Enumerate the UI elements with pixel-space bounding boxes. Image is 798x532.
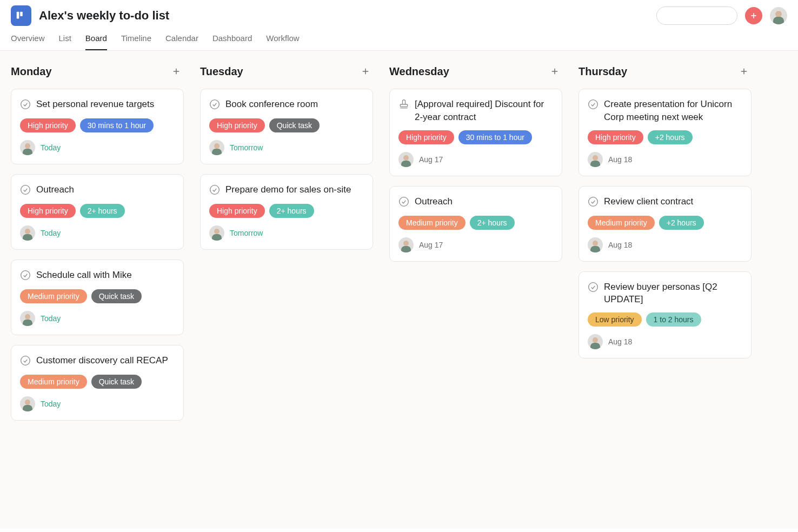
assignee-avatar[interactable] <box>588 152 603 167</box>
task-card[interactable]: Set personal revenue targetsHigh priorit… <box>11 89 184 164</box>
tag[interactable]: Low priority <box>588 312 642 327</box>
task-card[interactable]: Schedule call with MikeMedium priorityQu… <box>11 260 184 335</box>
column-add-button[interactable] <box>358 64 373 79</box>
tab-list[interactable]: List <box>59 34 71 50</box>
tag[interactable]: High priority <box>209 118 265 132</box>
due-date: Tomorrow <box>230 229 263 237</box>
tag[interactable]: Medium priority <box>20 375 87 389</box>
tab-board[interactable]: Board <box>85 34 107 50</box>
tag[interactable]: +2 hours <box>659 216 704 230</box>
complete-check-icon[interactable] <box>588 195 598 209</box>
complete-check-icon[interactable] <box>20 269 31 283</box>
complete-check-icon[interactable] <box>20 183 31 197</box>
column-add-button[interactable] <box>169 64 184 79</box>
card-footer: Today <box>20 225 175 241</box>
tag[interactable]: 1 to 2 hours <box>646 312 701 327</box>
card-tags: Medium priorityQuick task <box>20 375 175 389</box>
tag[interactable]: High priority <box>209 204 265 218</box>
card-tags: High priorityQuick task <box>209 118 364 132</box>
assignee-avatar[interactable] <box>588 334 603 349</box>
task-card[interactable]: Create presentation for Unicorn Corp mee… <box>578 89 752 176</box>
tag[interactable]: Medium priority <box>20 289 87 303</box>
card-title: Review client contract <box>604 195 693 208</box>
card-title: Customer discovery call RECAP <box>36 354 168 367</box>
view-tabs: OverviewListBoardTimelineCalendarDashboa… <box>0 26 798 51</box>
tag[interactable]: 2+ hours <box>80 204 125 218</box>
card-title: Create presentation for Unicorn Corp mee… <box>604 98 742 124</box>
task-card[interactable]: OutreachMedium priority2+ hoursAug 17 <box>389 186 562 262</box>
tag[interactable]: Medium priority <box>588 216 655 230</box>
svg-point-8 <box>21 100 30 109</box>
assignee-avatar[interactable] <box>398 152 414 167</box>
column-title: Monday <box>11 65 52 78</box>
task-card[interactable]: Book conference roomHigh priorityQuick t… <box>200 89 373 164</box>
column-monday: MondaySet personal revenue targetsHigh p… <box>11 64 184 430</box>
svg-point-23 <box>589 100 598 109</box>
card-tags: Medium priorityQuick task <box>20 289 175 303</box>
app-logo[interactable] <box>11 5 31 26</box>
card-top: [Approval required] Discount for 2-year … <box>398 98 553 124</box>
approval-stamp-icon[interactable] <box>398 98 409 112</box>
svg-point-14 <box>210 100 220 109</box>
assignee-avatar[interactable] <box>20 396 35 411</box>
assignee-avatar[interactable] <box>20 140 35 155</box>
due-date: Tomorrow <box>230 143 263 152</box>
card-title: Schedule call with Mike <box>36 269 132 282</box>
assignee-avatar[interactable] <box>209 225 224 241</box>
svg-point-11 <box>21 356 30 365</box>
tab-calendar[interactable]: Calendar <box>165 34 198 50</box>
tag[interactable]: High priority <box>20 118 76 132</box>
tag[interactable]: Medium priority <box>398 216 466 230</box>
tag[interactable]: High priority <box>588 130 643 144</box>
task-card[interactable]: Customer discovery call RECAPMedium prio… <box>11 345 184 421</box>
card-top: Prepare demo for sales on-site <box>209 183 364 197</box>
svg-point-20 <box>400 197 409 206</box>
column-add-button[interactable] <box>736 64 752 79</box>
complete-check-icon[interactable] <box>209 98 220 112</box>
task-card[interactable]: Prepare demo for sales on-siteHigh prior… <box>200 174 373 250</box>
complete-check-icon[interactable] <box>209 183 220 197</box>
user-avatar[interactable] <box>770 7 787 24</box>
assignee-avatar[interactable] <box>209 140 224 155</box>
card-top: Customer discovery call RECAP <box>20 354 175 368</box>
tag[interactable]: Quick task <box>91 375 142 389</box>
plus-icon <box>361 66 370 76</box>
tag[interactable]: Quick task <box>91 289 142 303</box>
tag[interactable]: High priority <box>398 130 454 144</box>
column-add-button[interactable] <box>547 64 562 79</box>
tag[interactable]: High priority <box>20 204 76 218</box>
tag[interactable]: 2+ hours <box>269 204 314 218</box>
tag[interactable]: 30 mins to 1 hour <box>80 118 154 132</box>
global-add-button[interactable] <box>745 7 762 24</box>
card-top: Book conference room <box>209 98 364 112</box>
complete-check-icon[interactable] <box>398 195 409 209</box>
assignee-avatar[interactable] <box>398 237 414 252</box>
task-card[interactable]: Review client contractMedium priority+2 … <box>578 186 752 262</box>
search-box[interactable] <box>656 6 737 25</box>
complete-check-icon[interactable] <box>588 98 598 112</box>
assignee-avatar[interactable] <box>20 225 35 241</box>
tag[interactable]: 30 mins to 1 hour <box>458 130 532 144</box>
plus-icon <box>550 66 560 76</box>
task-card[interactable]: Review buyer personas [Q2 UPDATE]Low pri… <box>578 271 752 359</box>
assignee-avatar[interactable] <box>588 237 603 252</box>
task-card[interactable]: [Approval required] Discount for 2-year … <box>389 89 562 176</box>
due-date: Today <box>41 314 61 323</box>
complete-check-icon[interactable] <box>588 281 598 295</box>
complete-check-icon[interactable] <box>20 354 31 368</box>
tag[interactable]: 2+ hours <box>470 216 515 230</box>
tab-workflow[interactable]: Workflow <box>266 34 299 50</box>
tab-overview[interactable]: Overview <box>11 34 45 50</box>
due-date: Aug 18 <box>608 155 632 164</box>
complete-check-icon[interactable] <box>20 98 31 112</box>
column-wednesday: Wednesday[Approval required] Discount fo… <box>389 64 562 271</box>
due-date: Aug 18 <box>608 337 632 346</box>
assignee-avatar[interactable] <box>20 311 35 326</box>
plus-icon <box>739 66 749 76</box>
tag[interactable]: +2 hours <box>648 130 693 144</box>
tag[interactable]: Quick task <box>269 118 320 132</box>
tab-dashboard[interactable]: Dashboard <box>212 34 252 50</box>
card-footer: Today <box>20 140 175 155</box>
task-card[interactable]: OutreachHigh priority2+ hoursToday <box>11 174 184 250</box>
tab-timeline[interactable]: Timeline <box>121 34 151 50</box>
